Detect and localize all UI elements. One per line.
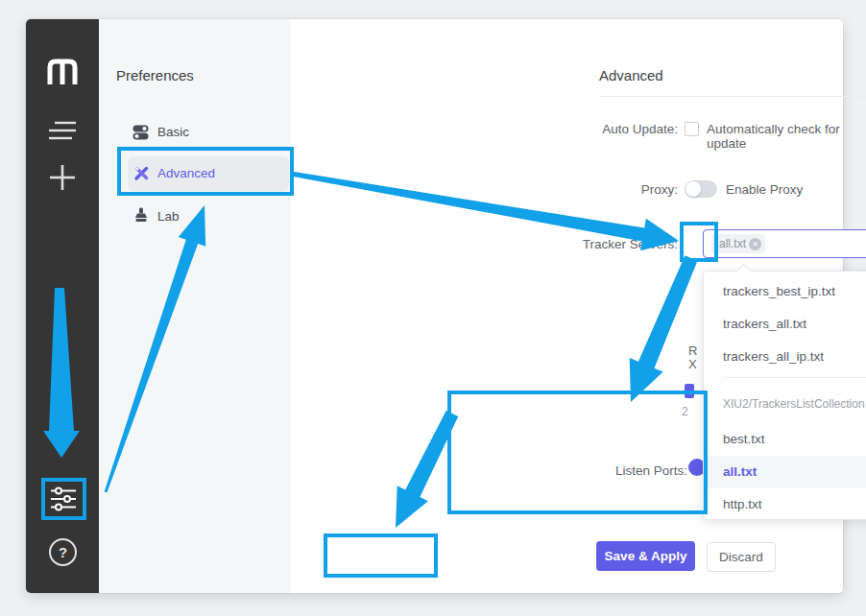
dropdown-option[interactable]: trackers_all.txt — [704, 308, 866, 341]
motrix-logo-icon — [45, 56, 80, 86]
tag-label: all.txt — [719, 237, 746, 250]
option-label: best.txt — [704, 423, 866, 456]
sidebar-item-lab[interactable]: Lab — [99, 200, 291, 234]
tracker-servers-label: Tracker Servers: — [486, 237, 678, 251]
tracker-servers-select[interactable]: all.txt ✕ — [703, 229, 866, 258]
task-list-icon[interactable] — [48, 120, 77, 141]
auto-update-checkbox[interactable] — [685, 122, 699, 136]
annotation-box-advanced — [117, 147, 294, 196]
group-label-text: XIU2/TrackersListCollection — [704, 394, 866, 414]
tag-remove-icon[interactable]: ✕ — [749, 238, 761, 250]
preferences-title: Preferences — [116, 67, 194, 83]
dropdown-option[interactable]: trackers_all_ip.txt — [704, 341, 866, 373]
tracker-dropdown: trackers_best_ip.txt trackers_all.txt tr… — [703, 271, 866, 520]
dropdown-divider — [723, 377, 866, 378]
option-label: trackers_all.txt — [704, 308, 866, 341]
sidebar-item-label: Lab — [157, 209, 180, 224]
add-task-icon[interactable] — [48, 163, 77, 192]
help-icon[interactable]: ? — [49, 538, 77, 566]
option-label: all.txt — [704, 456, 866, 488]
app-window: ? Preferences Basic Advanced — [26, 19, 843, 593]
proxy-label: Proxy: — [486, 182, 678, 197]
dropdown-option[interactable]: best.txt — [704, 423, 866, 456]
option-label: trackers_all_ip.txt — [704, 341, 866, 373]
save-apply-button[interactable]: Save & Apply — [596, 541, 695, 571]
hint-fragment: X — [688, 357, 697, 371]
dropdown-option[interactable]: http.txt — [704, 488, 866, 521]
preferences-panel: Preferences Basic Advanced — [99, 19, 291, 593]
lab-stamp-icon — [133, 207, 149, 223]
auto-update-checkbox-label[interactable]: Automatically check for update — [707, 122, 843, 151]
sidebar-item-basic[interactable]: Basic — [99, 115, 291, 150]
dropdown-group-label: XIU2/TrackersListCollection — [704, 394, 866, 414]
selected-tracker-tag: all.txt ✕ — [711, 234, 765, 253]
dropdown-option[interactable]: trackers_best_ip.txt — [704, 275, 866, 308]
proxy-toggle[interactable] — [685, 180, 717, 198]
toggles-icon — [132, 125, 149, 140]
hint-fragment: R — [688, 344, 697, 358]
proxy-toggle-label: Enable Proxy — [726, 182, 803, 197]
annotation-box-dropdown-group — [447, 391, 708, 514]
option-label: trackers_best_ip.txt — [704, 275, 866, 308]
option-label: http.txt — [704, 488, 866, 521]
discard-button[interactable]: Discard — [707, 542, 776, 572]
page-title: Advanced — [599, 67, 663, 83]
annotation-box-chevron — [680, 222, 718, 262]
annotation-box-preferences-icon — [41, 478, 86, 520]
dropdown-option-selected[interactable]: all.txt — [704, 456, 866, 488]
main-content: Advanced Auto Update: Automatically chec… — [291, 19, 843, 593]
annotation-box-save — [324, 533, 438, 578]
title-divider — [599, 96, 866, 97]
sidebar-item-label: Basic — [157, 125, 189, 139]
toggle-knob — [686, 181, 701, 197]
auto-update-label: Auto Update: — [486, 122, 678, 136]
